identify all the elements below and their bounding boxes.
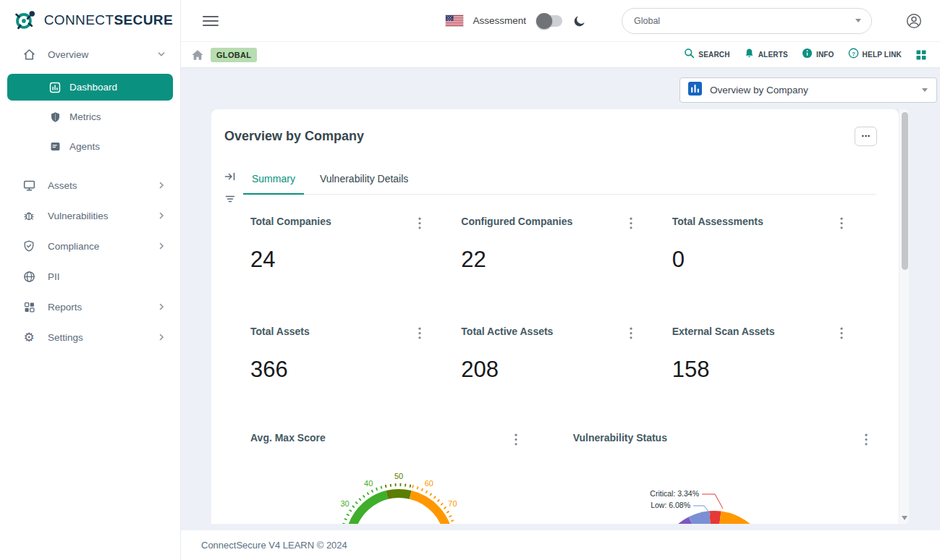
sidebar-item-dashboard[interactable]: Dashboard (7, 74, 173, 101)
filter-icon[interactable] (224, 193, 236, 205)
dark-mode-moon-icon[interactable] (572, 14, 587, 28)
charts-row: Avg. Max Score (243, 415, 876, 524)
footer-text: ConnectSecure V4 LEARN © 2024 (201, 540, 347, 551)
vulnerability-status-pie: Critical: 3.34% Low: 6.08% (573, 450, 892, 524)
assessment-toggle[interactable] (536, 15, 562, 27)
global-company-select-value: Global (634, 16, 855, 26)
us-flag-icon[interactable] (445, 14, 464, 27)
chevron-right-icon (157, 242, 166, 250)
breadcrumb-bar: GLOBAL SEARCH ALERTS (181, 41, 940, 68)
sidebar-item-overview[interactable]: Overview (0, 39, 180, 69)
kebab-menu-icon[interactable] (837, 216, 847, 231)
kebab-menu-icon[interactable] (837, 326, 847, 341)
dashboard-scroll-area: Overview by Company ... (211, 109, 909, 524)
assessment-label: Assessment (473, 15, 526, 26)
sidebar-item-label: Settings (48, 332, 157, 343)
sidebar-item-metrics[interactable]: Metrics (7, 103, 173, 130)
kebab-menu-icon[interactable] (415, 216, 425, 231)
brand-logo[interactable]: CONNECTSECURE (0, 6, 180, 39)
sidebar-item-label: Compliance (48, 241, 157, 252)
search-action[interactable]: SEARCH (684, 48, 729, 61)
stat-label: Total Companies (250, 216, 331, 227)
sidebar-item-agents[interactable]: Agents (7, 133, 173, 160)
pie-label-low: Low: 6.08% (651, 501, 690, 509)
stat-external-scan-assets: External Scan Assets 158 (665, 305, 876, 415)
content-area: Overview by Company Overview by Company … (181, 68, 940, 530)
chevron-down-icon (157, 50, 166, 59)
sidebar: CONNECTSECURE Overview Dashboard (0, 0, 181, 560)
vulnerability-status-chart-cell: Vulnerability Status (566, 432, 876, 524)
app-window: CONNECTSECURE Overview Dashboard (0, 0, 940, 560)
top-bar: Assessment Global (181, 0, 940, 41)
stat-value: 158 (672, 357, 871, 383)
chart-title: Vulnerability Status (573, 432, 667, 444)
stat-configured-companies: Configured Companies 22 (454, 195, 664, 305)
card-title: Overview by Company (224, 129, 364, 144)
account-button[interactable] (905, 12, 923, 30)
scrollbar-down-arrow[interactable] (902, 516, 907, 520)
pie-slice-medium[interactable] (714, 512, 771, 524)
card-panel: Summary Vulnerability Details Total Comp… (243, 158, 899, 524)
sidebar-item-compliance[interactable]: Compliance (0, 231, 180, 261)
view-selector-dropdown[interactable]: Overview by Company (679, 77, 937, 103)
stat-value: 0 (672, 247, 871, 273)
info-action[interactable]: INFO (802, 48, 834, 61)
kebab-menu-icon[interactable] (415, 326, 425, 341)
kebab-menu-icon[interactable] (626, 326, 636, 341)
help-icon: ? (848, 48, 859, 61)
global-company-select[interactable]: Global (622, 8, 872, 34)
tab-summary[interactable]: Summary (243, 164, 304, 195)
brand-name-connect: CONNECT (44, 12, 114, 27)
shield-check-icon (22, 239, 36, 253)
sidebar-item-assets[interactable]: Assets (0, 170, 180, 200)
stat-value: 366 (250, 357, 449, 383)
kebab-menu-icon[interactable] (626, 216, 636, 231)
breadcrumb-home-icon[interactable] (191, 49, 204, 61)
hamburger-menu-button[interactable] (203, 16, 219, 26)
account-icon (905, 12, 923, 30)
sidebar-item-label: Agents (69, 141, 100, 152)
sidebar-item-label: Vulnerabilities (48, 211, 157, 221)
tabs-bar: Summary Vulnerability Details (243, 158, 876, 195)
pie-slice-critical[interactable] (709, 511, 721, 524)
stat-label: External Scan Assets (672, 326, 775, 337)
card-body: Summary Vulnerability Details Total Comp… (211, 158, 899, 524)
kebab-menu-icon[interactable] (861, 432, 871, 447)
dashboard-icon (48, 81, 62, 94)
vertical-scrollbar[interactable] (899, 109, 909, 524)
stat-value: 22 (461, 247, 660, 273)
card-side-rail (217, 158, 243, 524)
quick-actions: SEARCH ALERTS INFO ? (684, 48, 927, 61)
sidebar-item-label: Overview (48, 49, 157, 60)
info-action-label: INFO (816, 51, 834, 59)
stat-total-companies: Total Companies 24 (243, 195, 454, 305)
turtle-logo-icon (12, 7, 39, 33)
expand-panel-icon[interactable] (224, 171, 236, 182)
scrollbar-thumb[interactable] (902, 112, 908, 270)
bar-chart-icon (687, 81, 703, 99)
sidebar-item-label: Dashboard (69, 82, 117, 93)
gauge-tick-60: 60 (425, 479, 433, 488)
help-link-action[interactable]: ? HELP LINK (848, 48, 902, 61)
search-icon (684, 48, 695, 61)
stat-label: Total Assets (250, 326, 310, 337)
view-selector-value: Overview by Company (710, 85, 915, 96)
sidebar-item-pii[interactable]: PII (0, 261, 180, 292)
stat-label: Configured Companies (461, 216, 572, 227)
sidebar-item-vulnerabilities[interactable]: Vulnerabilities (0, 200, 180, 231)
kebab-menu-icon[interactable] (511, 432, 521, 447)
chevron-right-icon (157, 211, 166, 220)
chevron-down-icon (855, 19, 861, 22)
sidebar-item-reports[interactable]: Reports (0, 292, 180, 322)
bug-icon (22, 208, 36, 223)
alerts-action[interactable]: ALERTS (744, 48, 788, 61)
avg-max-score-gauge: 20 30 40 50 60 70 80 (250, 450, 569, 524)
toggle-knob[interactable] (536, 13, 552, 29)
card-more-options-button[interactable]: ... (855, 127, 877, 146)
chevron-right-icon (157, 333, 166, 341)
breadcrumb-global-badge[interactable]: GLOBAL (211, 48, 257, 62)
sidebar-item-settings[interactable]: ⚙ Settings (0, 322, 180, 352)
apps-grid-icon[interactable] (915, 49, 927, 61)
tab-vulnerability-details[interactable]: Vulnerability Details (311, 164, 417, 194)
brand-name-secure: SECURE (114, 12, 173, 27)
